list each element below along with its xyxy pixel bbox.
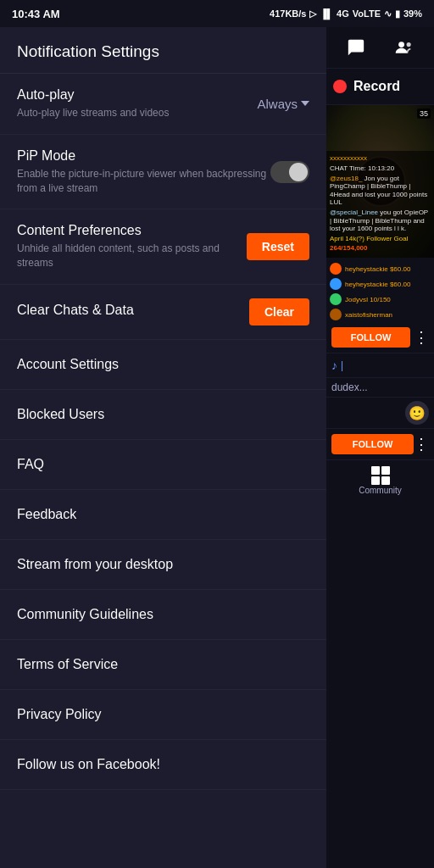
community-label: Community — [359, 486, 402, 495]
autoplay-subtitle: Auto-play live streams and videos — [17, 106, 257, 120]
signal-icon: ▐▌ — [320, 8, 333, 19]
more-options-icon[interactable]: ⋮ — [414, 328, 429, 347]
autoplay-title: Auto-play — [17, 87, 257, 103]
content-preferences-section: Content Preferences Unhide all hidden co… — [0, 209, 326, 285]
stream-thumbnail[interactable]: 35 xxxxxxxxxxx CHAT Time: 10:13:20 @zeus… — [326, 105, 434, 258]
battery-level: 39% — [403, 8, 422, 19]
follow-row-bottom: FOLLOW ⋮ — [326, 429, 434, 459]
pip-subtitle: Enable the picture-in-picture viewer whe… — [17, 167, 270, 196]
community-squares-icon — [371, 466, 390, 485]
settings-title: Notification Settings — [17, 42, 159, 60]
status-bar: 10:43 AM 417KB/s ▷ ▐▌ 4G VoLTE ∿ ▮ 39% — [0, 0, 434, 27]
follow-button-top[interactable]: FOLLOW — [331, 327, 410, 348]
sq1 — [371, 466, 380, 475]
record-section: Record — [326, 69, 434, 105]
pip-toggle[interactable] — [270, 161, 309, 183]
donor-avatar-2 — [330, 278, 342, 290]
stream-panel: Record 35 xxxxxxxxxxx CHAT Time: 10:13:2… — [326, 27, 434, 868]
chat-icon[interactable] — [342, 34, 370, 61]
stream-icons-row — [326, 27, 434, 69]
record-dot-icon — [333, 80, 347, 93]
pip-title: PiP Mode — [17, 148, 270, 164]
wifi-icon: ∿ — [384, 8, 392, 19]
donor-avatar-1 — [330, 263, 342, 275]
follow-button-bottom[interactable]: FOLLOW — [331, 434, 414, 454]
stream-desktop-item[interactable]: Stream from your desktop — [0, 540, 326, 590]
donor-avatar-4 — [330, 309, 342, 320]
music-separator: | — [341, 359, 343, 371]
community-guidelines-item[interactable]: Community Guidelines — [0, 590, 326, 640]
blocked-users-item[interactable]: Blocked Users — [0, 390, 326, 440]
network-speed: 417KB/s — [270, 8, 306, 19]
autoplay-dropdown[interactable]: Always — [257, 97, 309, 111]
community-icon — [370, 467, 391, 484]
username-row: dudex... — [326, 377, 434, 397]
music-row: ♪ | — [326, 353, 434, 377]
settings-panel: Notification Settings Auto-play Auto-pla… — [0, 27, 326, 868]
autoplay-info: Auto-play Auto-play live streams and vid… — [17, 87, 257, 120]
faq-item[interactable]: FAQ — [0, 440, 326, 490]
reset-button[interactable]: Reset — [247, 233, 309, 260]
donor-avatar-3 — [330, 293, 342, 305]
clear-chats-title: Clear Chats & Data — [17, 303, 134, 318]
follower-goal: April 14k(?) Follower Goal — [330, 235, 431, 243]
donation-row-4: xaistofisherman — [330, 307, 431, 322]
pip-section: PiP Mode Enable the picture-in-picture v… — [0, 135, 326, 210]
feedback-item[interactable]: Feedback — [0, 490, 326, 540]
autoplay-section: Auto-play Auto-play live streams and vid… — [0, 74, 326, 135]
privacy-policy-item[interactable]: Privacy Policy — [0, 690, 326, 740]
sq3 — [371, 476, 380, 485]
sq4 — [381, 476, 390, 485]
clear-button[interactable]: Clear — [249, 298, 309, 326]
donations-area: heyheystackie $60.00 heyheystackie $60.0… — [326, 258, 434, 322]
4g-label: 4G — [337, 8, 349, 19]
donor-2: heyheystackie $60.00 — [345, 281, 410, 288]
autoplay-row: Auto-play Auto-play live streams and vid… — [17, 87, 309, 120]
follower-count: 264/154,000 — [330, 244, 431, 253]
emoji-button[interactable]: 🙂 — [405, 401, 429, 425]
settings-header: Notification Settings — [0, 27, 326, 74]
content-title: Content Preferences — [17, 223, 247, 238]
volte-label: VoLTE — [353, 8, 381, 19]
donor-1: heyheystackie $60.00 — [345, 265, 410, 273]
chat-overlay: xxxxxxxxxxx CHAT Time: 10:13:20 @zeus18_… — [326, 151, 434, 258]
donation-row-3: JodyvsI 10/150 — [330, 292, 431, 307]
sq2 — [381, 466, 390, 475]
battery-icon: ▮ — [395, 8, 400, 19]
donor-3: JodyvsI 10/150 — [345, 296, 391, 303]
donation-row-2: heyheystackie $60.00 — [330, 276, 431, 292]
follow-row-top: FOLLOW ⋮ — [326, 322, 434, 353]
viewer-count-badge: 35 — [417, 108, 431, 119]
time: 10:43 AM — [12, 8, 60, 20]
account-settings-item[interactable]: Account Settings — [0, 340, 326, 390]
chat-line-4: @special_Linee you got OpieOP | BibleThu… — [330, 209, 431, 233]
svg-point-1 — [407, 42, 411, 47]
chat-line-1: xxxxxxxxxxx — [330, 154, 431, 163]
donor-4: xaistofisherman — [345, 311, 392, 319]
terms-of-service-item[interactable]: Terms of Service — [0, 640, 326, 690]
content-row: Content Preferences Unhide all hidden co… — [17, 223, 309, 270]
clear-chats-section: Clear Chats & Data Clear — [0, 285, 326, 340]
record-label: Record — [353, 79, 400, 94]
svg-point-0 — [398, 42, 404, 47]
username-text: dudex... — [331, 381, 368, 393]
status-icons: 417KB/s ▷ ▐▌ 4G VoLTE ∿ ▮ 39% — [270, 8, 422, 19]
facebook-item[interactable]: Follow us on Facebook! — [0, 740, 326, 790]
chat-line-2: CHAT Time: 10:13:20 — [330, 164, 431, 173]
community-tab-bar[interactable]: Community — [326, 459, 434, 505]
content-subtitle: Unhide all hidden content, such as posts… — [17, 242, 247, 270]
pip-info: PiP Mode Enable the picture-in-picture v… — [17, 148, 270, 196]
toggle-knob — [289, 163, 308, 181]
people-icon[interactable] — [391, 34, 418, 61]
more-options-icon-2[interactable]: ⋮ — [414, 435, 429, 453]
emoji-row: 🙂 — [326, 397, 434, 429]
bluetooth-icon: ▷ — [309, 8, 316, 19]
donation-row-1: heyheystackie $60.00 — [330, 261, 431, 276]
music-note-icon: ♪ — [331, 359, 337, 372]
clear-chats-row: Clear Chats & Data Clear — [17, 298, 309, 326]
pip-row: PiP Mode Enable the picture-in-picture v… — [17, 148, 309, 196]
main-layout: Notification Settings Auto-play Auto-pla… — [0, 27, 434, 868]
chevron-down-icon — [301, 101, 309, 106]
chat-line-3: @zeus18_ Jon you got PingChamp | BibleTh… — [330, 175, 431, 207]
content-info: Content Preferences Unhide all hidden co… — [17, 223, 247, 270]
